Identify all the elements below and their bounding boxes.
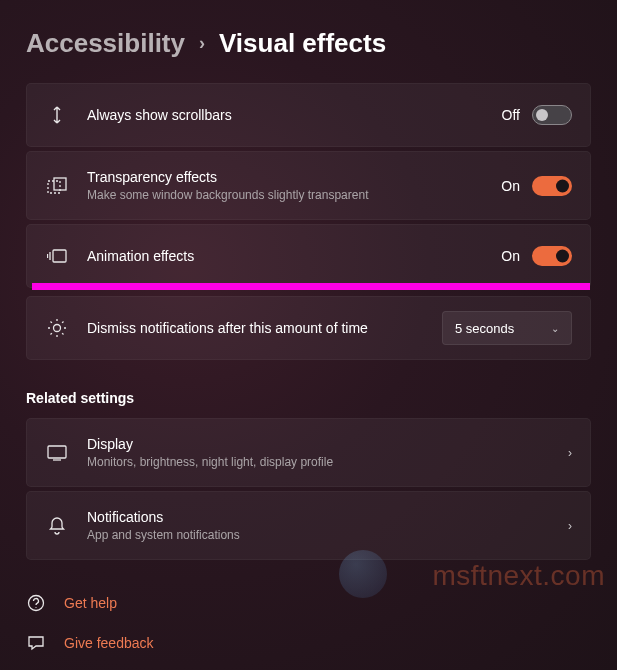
scrollbars-icon [45, 105, 69, 125]
breadcrumb-current: Visual effects [219, 28, 386, 59]
toggle-state-label: On [501, 248, 520, 264]
link-label: Get help [64, 595, 117, 611]
setting-dismiss-notifications: Dismiss notifications after this amount … [26, 296, 591, 360]
setting-subtitle: Make some window backgrounds slightly tr… [87, 188, 501, 204]
setting-scrollbars: Always show scrollbars Off [26, 83, 591, 147]
chevron-right-icon: › [199, 33, 205, 54]
animation-icon [45, 248, 69, 264]
chevron-right-icon: › [568, 446, 572, 460]
setting-title: Animation effects [87, 247, 501, 265]
toggle-state-label: On [501, 178, 520, 194]
give-feedback-link[interactable]: Give feedback [26, 626, 591, 660]
related-subtitle: App and system notifications [87, 528, 568, 544]
setting-title: Transparency effects [87, 168, 501, 186]
svg-point-6 [35, 607, 36, 608]
toggle-state-label: Off [502, 107, 520, 123]
brightness-icon [45, 318, 69, 338]
chevron-down-icon: ⌄ [551, 323, 559, 334]
svg-rect-4 [48, 446, 66, 458]
breadcrumb-parent[interactable]: Accessibility [26, 28, 185, 59]
link-label: Give feedback [64, 635, 154, 651]
transparency-toggle[interactable] [532, 176, 572, 196]
dismiss-duration-dropdown[interactable]: 5 seconds ⌄ [442, 311, 572, 345]
setting-title: Dismiss notifications after this amount … [87, 319, 442, 337]
highlight-annotation [32, 283, 590, 290]
svg-rect-1 [54, 178, 66, 190]
breadcrumb: Accessibility › Visual effects [26, 28, 591, 59]
svg-point-3 [54, 325, 61, 332]
setting-transparency: Transparency effects Make some window ba… [26, 151, 591, 220]
related-display[interactable]: Display Monitors, brightness, night ligh… [26, 418, 591, 487]
chevron-right-icon: › [568, 519, 572, 533]
dropdown-value: 5 seconds [455, 321, 514, 336]
animation-toggle[interactable] [532, 246, 572, 266]
feedback-icon [26, 634, 46, 652]
bell-icon [45, 516, 69, 536]
setting-title: Always show scrollbars [87, 106, 502, 124]
scrollbars-toggle[interactable] [532, 105, 572, 125]
related-subtitle: Monitors, brightness, night light, displ… [87, 455, 568, 471]
get-help-link[interactable]: Get help [26, 586, 591, 620]
related-title: Notifications [87, 508, 568, 526]
related-title: Display [87, 435, 568, 453]
svg-point-5 [29, 596, 44, 611]
related-notifications[interactable]: Notifications App and system notificatio… [26, 491, 591, 560]
setting-animation: Animation effects On [26, 224, 591, 288]
display-icon [45, 445, 69, 461]
svg-rect-2 [53, 250, 66, 262]
related-settings-header: Related settings [26, 390, 591, 406]
transparency-icon [45, 177, 69, 195]
help-icon [26, 594, 46, 612]
